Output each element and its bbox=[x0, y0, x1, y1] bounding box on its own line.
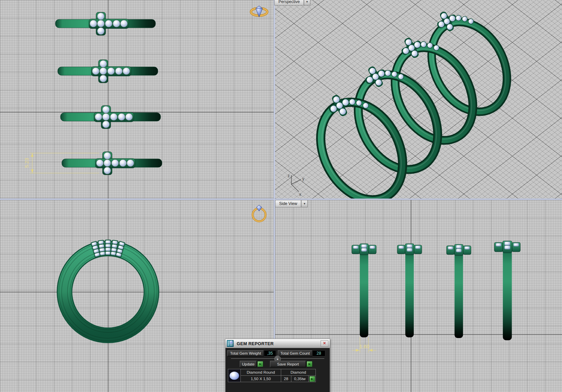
ring-model[interactable] bbox=[58, 60, 158, 83]
total-gem-count-value[interactable]: 28 bbox=[312, 350, 325, 356]
axis-z-label: z bbox=[288, 173, 290, 178]
ring-model[interactable] bbox=[62, 152, 162, 175]
update-go-icon[interactable]: ▶ bbox=[257, 361, 263, 367]
gem-size-cell: 1,50 X 1,50 bbox=[240, 375, 281, 382]
gem-thumbnail-cell[interactable] bbox=[228, 369, 241, 382]
gem-row-go-icon[interactable]: ▶ bbox=[309, 376, 315, 382]
gem-table: Diamond Round Diamond 1,50 X 1,50 28 0,3… bbox=[228, 369, 316, 382]
save-report-button[interactable]: Save Report bbox=[270, 361, 306, 367]
gem-reporter-icon bbox=[227, 340, 234, 347]
gem-reporter-dialog: GEM REPORTER ✕ Total Gem Weight ,35 Tota… bbox=[225, 339, 330, 392]
ring-model[interactable] bbox=[397, 244, 422, 337]
close-icon[interactable]: ✕ bbox=[321, 340, 328, 347]
gem-weight-cell: 0,35tw bbox=[291, 375, 309, 382]
total-gem-weight-label: Total Gem Weight bbox=[227, 350, 264, 356]
viewport-perspective[interactable]: z y x bbox=[275, 0, 562, 199]
dimension-label: 5.23 bbox=[24, 158, 30, 168]
total-gem-count-label: Total Gem Count bbox=[278, 350, 312, 356]
ring-model[interactable] bbox=[60, 106, 161, 129]
gem-material-header: Diamond bbox=[281, 369, 316, 376]
update-button[interactable]: Update bbox=[240, 361, 257, 367]
ring-side-indicator-icon bbox=[249, 3, 269, 18]
viewport-top-left[interactable]: 5.23 bbox=[0, 0, 274, 199]
total-gem-weight-value[interactable]: ,35 bbox=[264, 350, 276, 356]
axis-x-label: x bbox=[299, 192, 301, 197]
viewport-splitter-vertical[interactable] bbox=[274, 0, 275, 392]
gem-count-cell: 28 bbox=[281, 375, 291, 382]
gem-row-action-cell: ▶ bbox=[308, 375, 316, 382]
viewport-tab-perspective: Perspective ▼ bbox=[274, 0, 310, 5]
viewport-title[interactable]: Perspective bbox=[274, 0, 304, 5]
ring-model[interactable] bbox=[447, 244, 471, 338]
ring-model[interactable] bbox=[59, 240, 157, 341]
viewport-title[interactable]: Side View bbox=[275, 200, 301, 207]
viewport-tab-side-view: Side View ▼ bbox=[275, 200, 308, 207]
dialog-title-bar[interactable]: GEM REPORTER ✕ bbox=[225, 339, 330, 348]
ring-model[interactable] bbox=[352, 244, 376, 337]
dialog-title: GEM REPORTER bbox=[237, 341, 274, 346]
axis-gnomon: z y x bbox=[288, 173, 304, 197]
chevron-down-icon[interactable]: ▼ bbox=[301, 200, 308, 207]
axis-y-label: y bbox=[302, 176, 304, 181]
perspective-canvas: z y x bbox=[275, 0, 562, 199]
save-report-go-icon[interactable]: ▶ bbox=[307, 361, 312, 367]
gem-stacks bbox=[90, 240, 125, 258]
dimension-label: 1.60 bbox=[359, 343, 369, 349]
ring-model[interactable] bbox=[494, 241, 520, 340]
jewelry-cad-workspace: { "viewports": { "top_left": { "dimensio… bbox=[0, 0, 562, 392]
front-view-canvas: 5.23 bbox=[0, 0, 274, 199]
ring-model[interactable] bbox=[55, 12, 156, 35]
gem-type-header: Diamond Round bbox=[240, 369, 281, 376]
chevron-down-icon[interactable]: ▼ bbox=[304, 0, 310, 5]
dimension-1-60[interactable]: 1.60 bbox=[352, 337, 376, 353]
gem-thumbnail bbox=[230, 372, 239, 380]
ring-front-indicator-icon bbox=[250, 204, 268, 223]
